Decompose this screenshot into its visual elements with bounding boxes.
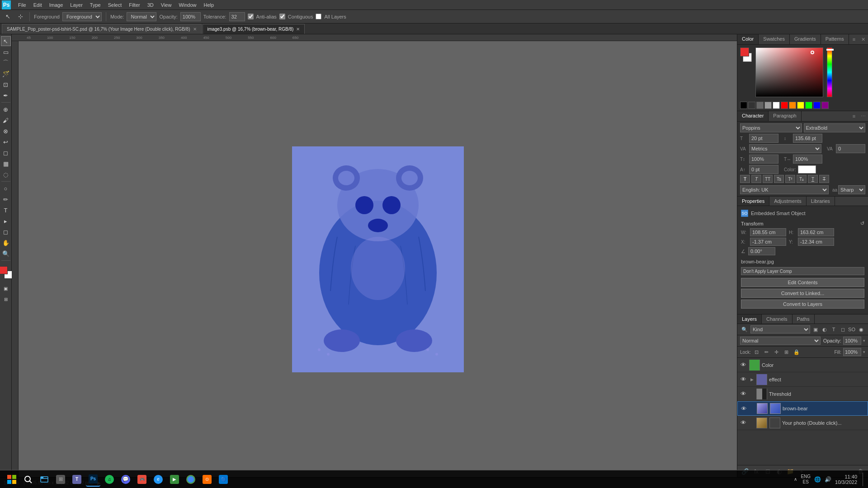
tool-move-btn[interactable]: ↖	[1, 36, 11, 46]
tool-zoom[interactable]: 🔍	[1, 249, 11, 258]
taskbar-chrome[interactable]	[184, 472, 198, 487]
filter-shape-icon[interactable]: ◻	[839, 325, 847, 333]
taskbar-teams[interactable]: T	[70, 472, 84, 487]
taskbar-browser[interactable]: e	[151, 472, 165, 487]
filter-pixel-icon[interactable]: ▣	[811, 325, 820, 333]
layer-brown-bear[interactable]: 👁 ▶ brown-bear	[737, 401, 868, 416]
tab-adjustments[interactable]: Adjustments	[769, 197, 807, 206]
layer-bear-vis[interactable]: 👁	[740, 404, 748, 413]
tab-sample[interactable]: SAMPLE_Pop_poster-psd-tshirt-SC.psd @ 16…	[2, 24, 202, 34]
tool-edit-mode[interactable]: ▣	[1, 283, 11, 293]
menu-edit[interactable]: Edit	[30, 1, 46, 9]
filter-adjust-icon[interactable]: ◐	[821, 325, 829, 333]
taskbar-pin1[interactable]: ⊞	[53, 472, 68, 487]
taskbar-show-desktop[interactable]	[863, 473, 864, 486]
angle-input[interactable]	[748, 247, 775, 255]
tool-stamp[interactable]: ⊗	[1, 126, 11, 136]
color-panel-close[interactable]: ✕	[859, 35, 867, 43]
filter-text-icon[interactable]: T	[830, 325, 838, 333]
char-panel-collapse[interactable]: ≡	[850, 112, 858, 120]
tab-swatches[interactable]: Swatches	[759, 34, 790, 44]
layer-color[interactable]: 👁 Color	[737, 358, 868, 372]
fill-value-input[interactable]	[843, 348, 861, 356]
foreground-select[interactable]: Foreground	[62, 12, 102, 21]
taskbar-start[interactable]	[5, 472, 19, 487]
leading-input[interactable]	[793, 134, 822, 143]
color-spectrum[interactable]	[755, 47, 823, 97]
tool-dodge[interactable]: ○	[1, 183, 11, 193]
tool-move[interactable]: ↖	[3, 12, 13, 22]
superscript-btn[interactable]: T²	[785, 175, 795, 183]
blend-mode-select[interactable]: Normal	[740, 337, 821, 345]
menu-type[interactable]: Type	[86, 1, 104, 9]
swatch-black[interactable]	[740, 102, 747, 109]
opacity-arrow[interactable]: ▾	[863, 338, 865, 343]
convert-linked-btn[interactable]: Convert to Linked...	[741, 289, 864, 298]
filter-kind-select[interactable]: Kind	[750, 325, 810, 333]
strikethrough-btn[interactable]: T	[819, 175, 829, 183]
swatch-blue[interactable]	[813, 102, 821, 109]
swatch-gray[interactable]	[756, 102, 764, 109]
swatch-orange[interactable]	[789, 102, 796, 109]
color-panel-collapse[interactable]: ≡	[850, 35, 858, 43]
tool-lasso[interactable]: ⌒	[1, 58, 11, 68]
tool-text[interactable]: T	[1, 205, 11, 215]
tool-path-select[interactable]: ▸	[1, 216, 11, 226]
tool-screen-mode[interactable]: ⊞	[1, 294, 11, 304]
fill-arrow[interactable]: ▾	[863, 350, 865, 354]
mode-select[interactable]: Normal	[127, 12, 156, 21]
swatch-yellow[interactable]	[797, 102, 804, 109]
kerning-select[interactable]: Metrics	[749, 144, 821, 153]
layer-effect-expand[interactable]: ▶	[749, 377, 755, 382]
swatch-white[interactable]	[773, 102, 780, 109]
menu-window[interactable]: Window	[175, 1, 200, 9]
taskbar-photoshop[interactable]: Ps	[86, 472, 100, 487]
menu-view[interactable]: View	[157, 1, 175, 9]
layer-threshold[interactable]: 👁 ▶ Threshold	[737, 387, 868, 401]
layer-color-vis[interactable]: 👁	[739, 361, 747, 369]
width-input[interactable]	[750, 228, 786, 236]
tool-eyedropper[interactable]: ✒	[1, 90, 11, 100]
antialiasing-select[interactable]: Sharp	[838, 185, 865, 194]
smallcaps-btn[interactable]: Ts	[774, 175, 784, 183]
tab-patterns[interactable]: Patterns	[821, 34, 849, 44]
taskbar-volume[interactable]: 🔊	[825, 476, 831, 483]
tool-crop[interactable]: ⊡	[1, 80, 11, 89]
tab-libraries[interactable]: Libraries	[807, 197, 835, 206]
font-size-input[interactable]	[749, 134, 778, 143]
swatch-red[interactable]	[781, 102, 788, 109]
tool-select2[interactable]: ⊹	[15, 12, 25, 22]
canvas[interactable]	[19, 41, 737, 477]
allcaps-btn[interactable]: TT	[763, 175, 773, 183]
lock-artboard-icon[interactable]: ⊞	[783, 348, 791, 356]
taskbar-search[interactable]	[21, 472, 35, 487]
filter-toggle[interactable]: ◉	[857, 325, 865, 333]
menu-file[interactable]: File	[14, 1, 30, 9]
swatch-lightgray[interactable]	[764, 102, 772, 109]
taskbar-pin3[interactable]: ▶	[167, 472, 182, 487]
swatch-darkgray[interactable]	[748, 102, 755, 109]
tab-image3[interactable]: image3.psb @ 16,7% (brown-bear, RGB/8) ✕	[203, 24, 305, 34]
contiguous-checkbox[interactable]	[279, 14, 285, 19]
tool-quick-select[interactable]: 🪄	[1, 69, 11, 79]
tolerance-input[interactable]	[229, 12, 245, 21]
opacity-input[interactable]	[180, 12, 201, 21]
tab-gradients[interactable]: Gradients	[790, 34, 821, 44]
lock-all-icon[interactable]: 🔒	[793, 348, 801, 356]
taskbar-pin2[interactable]: 🎮	[135, 472, 149, 487]
taskbar-pin4[interactable]: ⊙	[200, 472, 214, 487]
swatch-purple[interactable]	[821, 102, 829, 109]
layer-effect[interactable]: 👁 ▶ effect	[737, 372, 868, 387]
convert-layers-btn[interactable]: Convert to Layers	[741, 300, 864, 309]
font-family-select[interactable]: Poppins	[740, 123, 802, 132]
font-style-select[interactable]: ExtraBold	[804, 123, 866, 132]
baseline-input[interactable]	[749, 165, 778, 174]
transform-reset[interactable]: ↺	[860, 221, 864, 226]
menu-select[interactable]: Select	[104, 1, 126, 9]
taskbar-spotify[interactable]: ♫	[102, 472, 117, 487]
taskbar-pin5[interactable]: 🔵	[216, 472, 231, 487]
swatch-green[interactable]	[805, 102, 812, 109]
tool-shape[interactable]: ◻	[1, 227, 11, 237]
taskbar-explorer[interactable]	[37, 472, 52, 487]
tab-sample-close[interactable]: ✕	[193, 27, 197, 32]
